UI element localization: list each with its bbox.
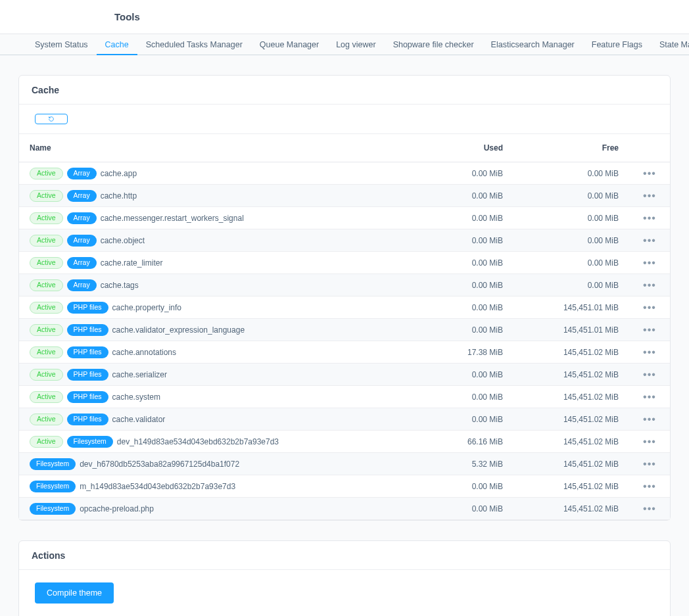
type-badge: Filesystem (30, 458, 76, 470)
cell-actions: ••• (629, 296, 670, 319)
cell-used: 0.00 MiB (427, 162, 513, 185)
more-actions-icon[interactable]: ••• (643, 481, 656, 492)
more-actions-icon[interactable]: ••• (643, 257, 656, 268)
tab-cache[interactable]: Cache (97, 34, 137, 55)
more-actions-icon[interactable]: ••• (643, 168, 656, 179)
tab-scheduled-tasks-manager[interactable]: Scheduled Tasks Manager (137, 34, 251, 55)
status-badge: Active (30, 190, 63, 202)
cell-name: ActivePHP filescache.annotations (19, 341, 427, 364)
cache-entry-name: cache.app (101, 168, 137, 178)
cell-used: 5.32 MiB (427, 453, 513, 475)
more-actions-icon[interactable]: ••• (643, 503, 656, 514)
column-header-actions (629, 134, 670, 162)
more-actions-icon[interactable]: ••• (643, 391, 656, 402)
type-badge: Filesystem (30, 503, 76, 515)
cell-free: 145,451.01 MiB (513, 319, 629, 341)
cell-actions: ••• (629, 431, 670, 453)
tab-log-viewer[interactable]: Log viewer (327, 34, 384, 55)
cell-name: ActivePHP filescache.validator_expressio… (19, 319, 427, 341)
cell-used: 0.00 MiB (427, 229, 513, 252)
more-actions-icon[interactable]: ••• (643, 346, 656, 358)
cell-name: ActivePHP filescache.property_info (19, 296, 427, 319)
status-badge: Active (30, 346, 63, 358)
more-actions-icon[interactable]: ••• (643, 369, 656, 380)
status-badge: Active (30, 257, 63, 269)
cell-used: 0.00 MiB (427, 252, 513, 274)
cache-entry-name: opcache-preload.php (80, 504, 154, 513)
cell-name: ActivePHP filescache.system (19, 386, 427, 408)
more-actions-icon[interactable]: ••• (643, 302, 656, 313)
cache-entry-name: cache.messenger.restart_workers_signal (101, 213, 244, 222)
tab-shopware-file-checker[interactable]: Shopware file checker (385, 34, 483, 55)
type-badge: Array (67, 168, 97, 179)
status-badge: Active (30, 168, 63, 179)
cell-actions: ••• (629, 207, 670, 229)
cell-name: ActivePHP filescache.validator (19, 408, 427, 431)
cell-free: 0.00 MiB (513, 252, 629, 274)
cell-name: ActiveArraycache.object (19, 229, 427, 252)
tab-state-machine-viewer[interactable]: State Machine Viewer (651, 34, 689, 55)
more-actions-icon[interactable]: ••• (643, 235, 656, 246)
column-header-used[interactable]: Used (427, 134, 513, 162)
tab-feature-flags[interactable]: Feature Flags (583, 34, 651, 55)
cell-used: 0.00 MiB (427, 296, 513, 319)
more-actions-icon[interactable]: ••• (643, 190, 656, 201)
table-row: ActiveArraycache.rate_limiter0.00 MiB0.0… (19, 252, 670, 274)
cell-actions: ••• (629, 319, 670, 341)
table-row: ActivePHP filescache.serializer0.00 MiB1… (19, 364, 670, 386)
more-actions-icon[interactable]: ••• (643, 324, 656, 335)
refresh-icon (48, 116, 55, 122)
cell-free: 0.00 MiB (513, 185, 629, 207)
more-actions-icon[interactable]: ••• (643, 436, 656, 447)
cache-entry-name: cache.tags (101, 280, 139, 289)
actions-card-title: Actions (19, 541, 670, 570)
tab-system-status[interactable]: System Status (26, 34, 97, 55)
cache-entry-name: cache.annotations (112, 347, 176, 356)
cache-entry-name: cache.property_info (112, 302, 181, 312)
cell-name: Filesystemm_h149d83ae534d043ebd632b2b7a9… (19, 475, 427, 498)
tab-bar: System StatusCacheScheduled Tasks Manage… (0, 34, 689, 55)
table-row: ActiveArraycache.app0.00 MiB0.00 MiB••• (19, 162, 670, 185)
cell-name: ActiveArraycache.tags (19, 274, 427, 296)
cache-entry-name: dev_h6780db5253aba82a9967125d4ba1f072 (80, 459, 239, 468)
more-actions-icon[interactable]: ••• (643, 458, 656, 469)
type-badge: PHP files (67, 346, 108, 358)
more-actions-icon[interactable]: ••• (643, 414, 656, 425)
cell-free: 145,451.02 MiB (513, 475, 629, 498)
cell-actions: ••• (629, 162, 670, 185)
type-badge: PHP files (67, 324, 108, 336)
tab-queue-manager[interactable]: Queue Manager (251, 34, 327, 55)
table-row: ActivePHP filescache.system0.00 MiB145,4… (19, 386, 670, 408)
type-badge: Array (67, 212, 97, 224)
type-badge: Filesystem (30, 481, 76, 492)
cell-free: 0.00 MiB (513, 207, 629, 229)
cell-used: 0.00 MiB (427, 364, 513, 386)
status-badge: Active (30, 279, 63, 291)
cache-card: Cache Name Used Free ActiveArraycache.ap… (18, 75, 671, 521)
more-actions-icon[interactable]: ••• (643, 212, 656, 224)
cell-used: 66.16 MiB (427, 431, 513, 453)
more-actions-icon[interactable]: ••• (643, 279, 656, 291)
compile-theme-button[interactable]: Compile theme (35, 582, 114, 604)
refresh-button[interactable] (35, 114, 68, 124)
cell-free: 145,451.02 MiB (513, 453, 629, 475)
cell-used: 0.00 MiB (427, 386, 513, 408)
table-row: ActivePHP filescache.annotations17.38 Mi… (19, 341, 670, 364)
status-badge: Active (30, 369, 63, 381)
cell-name: Filesystemdev_h6780db5253aba82a9967125d4… (19, 453, 427, 475)
table-row: ActiveArraycache.messenger.restart_worke… (19, 207, 670, 229)
cache-entry-name: cache.validator (112, 414, 166, 423)
status-badge: Active (30, 302, 63, 314)
tab-elasticsearch-manager[interactable]: Elasticsearch Manager (483, 34, 583, 55)
cache-card-title: Cache (19, 76, 670, 105)
cache-entry-name: cache.rate_limiter (101, 258, 163, 267)
table-row: Filesystemm_h149d83ae534d043ebd632b2b7a9… (19, 475, 670, 498)
page-header: Tools (0, 0, 689, 34)
cell-actions: ••• (629, 453, 670, 475)
column-header-name[interactable]: Name (19, 134, 427, 162)
type-badge: PHP files (67, 391, 108, 403)
cell-used: 0.00 MiB (427, 207, 513, 229)
column-header-free[interactable]: Free (513, 134, 629, 162)
table-row: ActivePHP filescache.validator_expressio… (19, 319, 670, 341)
cell-name: Filesystemopcache-preload.php (19, 498, 427, 520)
